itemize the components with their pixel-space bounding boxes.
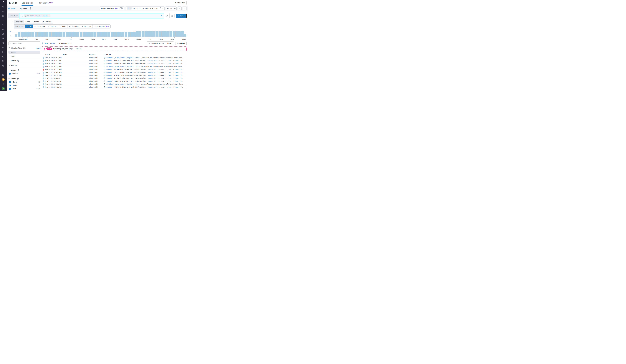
facet-header-status[interactable]: Status✓ (9, 78, 40, 80)
chart-bar-9[interactable] (37, 32, 40, 37)
chart-bar-38[interactable] (119, 32, 122, 37)
facet-header-index[interactable]: Index (9, 55, 40, 57)
chart-bar-37[interactable] (116, 32, 119, 37)
chart-bar-44[interactable] (136, 31, 139, 37)
table-row[interactable]: Feb 29 14:59:52.298cloudtrail{"additiona… (42, 83, 187, 86)
time-back-button[interactable]: ◀◀ (166, 7, 169, 10)
configuration-button[interactable]: Configuration (174, 1, 187, 5)
chart-bar-49[interactable] (150, 31, 153, 37)
facet-value-info[interactable]: ✓Info10.5k (9, 88, 40, 90)
checkbox-checked-icon[interactable]: ✓ (9, 88, 11, 90)
core-section-header[interactable]: CORE (8, 51, 40, 54)
visualize-option-top-list[interactable]: Top List (46, 25, 58, 28)
view-menu-kebab-icon[interactable] (30, 8, 31, 9)
chart-bar-48[interactable] (147, 31, 150, 37)
datadog-logo[interactable] (1, 1, 5, 3)
chart-bar-53[interactable] (161, 31, 164, 37)
rail-icon-security[interactable] (2, 60, 5, 62)
chart-bar-22[interactable] (74, 32, 77, 37)
code-view-toggle[interactable]: </> (164, 13, 170, 18)
chart-bar-2[interactable] (18, 32, 20, 37)
table-row[interactable]: Feb 29 15:01:12.486cloudtrail{"eventID":… (42, 68, 187, 71)
chart-bar-28[interactable] (91, 32, 94, 37)
chart-bar-59[interactable] (178, 31, 181, 37)
table-row[interactable]: Feb 29 15:01:22.565cloudtrail{"additiona… (42, 65, 187, 68)
chart-bar-61[interactable] (184, 34, 187, 37)
time-forward-button[interactable]: ▶▶ (173, 7, 176, 10)
chevron-down-icon[interactable]: ▾ (162, 8, 163, 9)
download-csv-button[interactable]: Download as CSV (147, 41, 166, 45)
column-header-content[interactable]: CONTENT (104, 54, 187, 55)
chart-bar-3[interactable] (20, 32, 23, 37)
chart-bar-8[interactable] (35, 32, 37, 37)
chart-bar-57[interactable] (173, 31, 175, 37)
chart-bar-21[interactable] (71, 32, 74, 37)
column-header-date[interactable]: ↓ DATE (42, 54, 63, 55)
chart-bar-11[interactable] (43, 32, 46, 37)
include-flex-logs-toggle-row[interactable]: Include Flex Logs NEW (100, 6, 124, 10)
add-query-button[interactable]: +Add... (176, 14, 187, 18)
column-header-host[interactable]: HOST (63, 54, 89, 55)
chart-bar-52[interactable] (158, 31, 161, 37)
chart-bar-36[interactable] (113, 32, 116, 37)
chart-bar-51[interactable] (156, 31, 158, 37)
rail-icon-ai-sparkle[interactable] (2, 82, 5, 85)
chart-bar-23[interactable] (77, 32, 80, 37)
rail-icon-apm-traces[interactable] (2, 28, 5, 31)
rail-icon-watchdog[interactable] (2, 10, 5, 13)
expand-chevron-icon[interactable]: ❯ (44, 48, 45, 50)
chart-bar-5[interactable] (26, 32, 29, 37)
chart-bar-35[interactable] (111, 32, 114, 37)
chart-bar-1[interactable] (15, 35, 18, 37)
more-button[interactable]: More... (166, 41, 174, 45)
chart-bar-46[interactable] (142, 31, 144, 37)
watchdog-view-all-link[interactable]: View all (76, 48, 81, 50)
chart-bar-31[interactable] (99, 32, 102, 37)
rail-icon-service-map[interactable] (2, 24, 5, 26)
chart-plot[interactable] (12, 30, 187, 37)
tab-log-explorer[interactable]: Log Explorer (22, 0, 33, 6)
column-header-service[interactable]: SERVICE (89, 54, 104, 55)
facet-search-input[interactable] (12, 42, 39, 44)
chart-bar-56[interactable] (170, 31, 173, 37)
chart-bar-19[interactable] (66, 32, 68, 37)
visualize-option-table[interactable]: Table (58, 25, 67, 28)
copy-icon[interactable] (171, 13, 173, 18)
chart-bar-12[interactable] (46, 32, 49, 37)
chart-bar-33[interactable] (105, 32, 108, 37)
time-play-button[interactable]: ▶ (169, 7, 173, 10)
table-row[interactable]: Feb 29 15:01:02.429cloudtrail{"eventID":… (42, 71, 187, 74)
chart-bar-15[interactable] (54, 32, 57, 37)
chart-bar-20[interactable] (68, 32, 71, 37)
chart-bar-60[interactable] (181, 31, 184, 37)
refresh-button[interactable]: ↻ (183, 6, 187, 10)
chart-bar-7[interactable] (32, 32, 35, 37)
rail-icon-notebooks[interactable] (2, 51, 5, 53)
time-range-picker[interactable]: 1mo Jan 29, 3:12 pm – Feb 29, 3:12 pm ▾ (126, 6, 164, 10)
chart-bar-45[interactable] (139, 31, 142, 37)
chart-bar-30[interactable] (96, 32, 99, 37)
chart-bar-41[interactable] (127, 32, 130, 37)
search-input[interactable]: @usr.name:"calvin.candie" × (19, 13, 164, 18)
rail-icon-integrations[interactable] (2, 37, 5, 40)
chart-bar-24[interactable] (79, 32, 82, 37)
chart-bar-50[interactable] (153, 31, 156, 37)
table-row[interactable]: Feb 29 15:01:32.643cloudtrail{"eventID":… (42, 62, 187, 65)
visualize-option-pie-chart[interactable]: Pie Chart (80, 25, 92, 28)
rail-icon-account[interactable] (2, 87, 5, 90)
facet-value-warn[interactable]: ✓Warn0 (9, 84, 40, 86)
edit-pencil-icon[interactable] (8, 47, 10, 49)
facet-value-cloudtrail[interactable]: ✓cloudtrail11.0k (9, 73, 40, 75)
group-into-option-fields[interactable]: Fields (24, 20, 32, 23)
visualize-option-scatter-plot[interactable]: Scatter PlotNEW (92, 25, 111, 28)
clear-query-icon[interactable]: × (160, 14, 163, 17)
checkbox-checked-icon[interactable]: ✓ (9, 73, 11, 75)
rail-icon-dashboards[interactable] (2, 33, 5, 35)
visualize-option-timeseries[interactable]: Timeseries (33, 25, 46, 28)
flex-logs-toggle[interactable] (119, 7, 123, 9)
chart-bar-29[interactable] (94, 32, 97, 37)
group-into-option-patterns[interactable]: Patterns (31, 20, 40, 23)
table-row[interactable]: Feb 29 14:59:42.200cloudtrail{"eventID":… (42, 86, 187, 89)
rail-icon-metrics[interactable] (2, 19, 5, 22)
facet-header-host[interactable]: Host✓ (9, 65, 40, 66)
